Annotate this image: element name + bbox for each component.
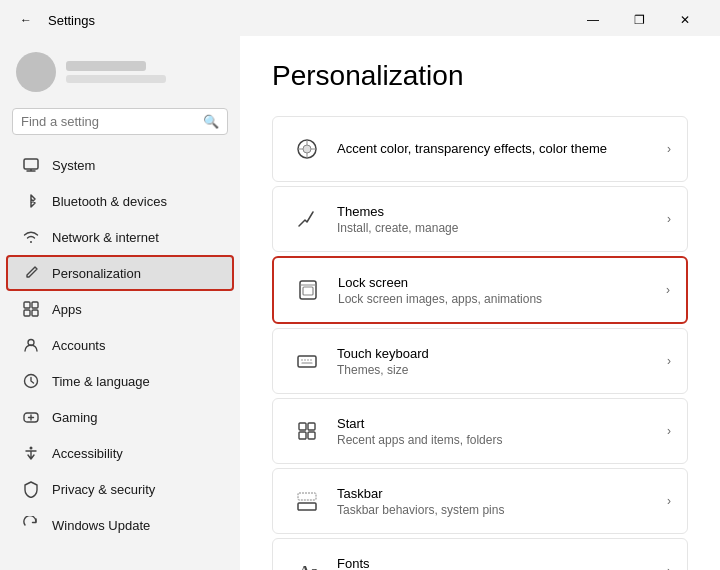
start-desc: Recent apps and items, folders <box>337 433 667 447</box>
privacy-icon <box>22 480 40 498</box>
network-icon <box>22 228 40 246</box>
themes-title: Themes <box>337 204 667 219</box>
accent-title: Accent color, transparency effects, colo… <box>337 141 667 156</box>
bluetooth-icon <box>22 192 40 210</box>
nav-label-bluetooth: Bluetooth & devices <box>52 194 167 209</box>
svg-rect-0 <box>24 159 38 169</box>
svg-rect-24 <box>299 423 306 430</box>
nav-label-privacy: Privacy & security <box>52 482 155 497</box>
user-subtitle <box>66 75 166 83</box>
settings-item-lockscreen[interactable]: Lock screen Lock screen images, apps, an… <box>272 256 688 324</box>
themes-desc: Install, create, manage <box>337 221 667 235</box>
nav-label-update: Windows Update <box>52 518 150 533</box>
restore-button[interactable]: ❐ <box>616 6 662 34</box>
svg-rect-15 <box>300 281 316 299</box>
lockscreen-text: Lock screen Lock screen images, apps, an… <box>338 275 666 306</box>
svg-rect-4 <box>32 302 38 308</box>
nav-label-network: Network & internet <box>52 230 159 245</box>
search-icon: 🔍 <box>203 114 219 129</box>
lockscreen-icon <box>290 272 326 308</box>
user-info <box>66 61 166 83</box>
back-button[interactable]: ← <box>12 6 40 34</box>
nav-item-accounts[interactable]: Accounts <box>6 327 234 363</box>
lockscreen-chevron: › <box>666 283 670 297</box>
apps-icon <box>22 300 40 318</box>
nav-item-time[interactable]: Time & language <box>6 363 234 399</box>
settings-item-accent[interactable]: Accent color, transparency effects, colo… <box>272 116 688 182</box>
nav-item-network[interactable]: Network & internet <box>6 219 234 255</box>
search-box[interactable]: 🔍 <box>12 108 228 135</box>
system-icon <box>22 156 40 174</box>
taskbar-desc: Taskbar behaviors, system pins <box>337 503 667 517</box>
fonts-chevron: › <box>667 564 671 570</box>
keyboard-icon <box>289 343 325 379</box>
nav-item-privacy[interactable]: Privacy & security <box>6 471 234 507</box>
page-title: Personalization <box>272 60 688 92</box>
svg-rect-16 <box>303 287 313 295</box>
lockscreen-desc: Lock screen images, apps, animations <box>338 292 666 306</box>
taskbar-title: Taskbar <box>337 486 667 501</box>
svg-text:Aa: Aa <box>299 563 319 570</box>
svg-rect-18 <box>298 356 316 367</box>
personalization-icon <box>22 264 40 282</box>
nav-label-apps: Apps <box>52 302 82 317</box>
svg-rect-29 <box>298 493 316 500</box>
svg-rect-6 <box>32 310 38 316</box>
themes-text: Themes Install, create, manage <box>337 204 667 235</box>
settings-item-taskbar[interactable]: Taskbar Taskbar behaviors, system pins › <box>272 468 688 534</box>
window-controls: — ❐ ✕ <box>570 6 708 34</box>
settings-item-start[interactable]: Start Recent apps and items, folders › <box>272 398 688 464</box>
update-icon <box>22 516 40 534</box>
fonts-icon: Aa <box>289 553 325 570</box>
window-title: Settings <box>48 13 95 28</box>
close-button[interactable]: ✕ <box>662 6 708 34</box>
accent-chevron: › <box>667 142 671 156</box>
themes-chevron: › <box>667 212 671 226</box>
nav-label-time: Time & language <box>52 374 150 389</box>
touchkeyboard-desc: Themes, size <box>337 363 667 377</box>
fonts-title: Fonts <box>337 556 667 571</box>
start-chevron: › <box>667 424 671 438</box>
title-bar: ← Settings — ❐ ✕ <box>0 0 720 36</box>
nav-item-bluetooth[interactable]: Bluetooth & devices <box>6 183 234 219</box>
accessibility-icon <box>22 444 40 462</box>
accounts-icon <box>22 336 40 354</box>
svg-point-12 <box>30 447 33 450</box>
start-title: Start <box>337 416 667 431</box>
fonts-text: Fonts Install, manage <box>337 556 667 571</box>
gaming-icon <box>22 408 40 426</box>
accent-icon <box>289 131 325 167</box>
svg-rect-3 <box>24 302 30 308</box>
nav-label-gaming: Gaming <box>52 410 98 425</box>
settings-item-touchkeyboard[interactable]: Touch keyboard Themes, size › <box>272 328 688 394</box>
touchkeyboard-chevron: › <box>667 354 671 368</box>
taskbar-chevron: › <box>667 494 671 508</box>
nav-label-accessibility: Accessibility <box>52 446 123 461</box>
svg-rect-26 <box>299 432 306 439</box>
search-input[interactable] <box>21 114 197 129</box>
taskbar-icon <box>289 483 325 519</box>
settings-item-themes[interactable]: Themes Install, create, manage › <box>272 186 688 252</box>
minimize-button[interactable]: — <box>570 6 616 34</box>
svg-rect-27 <box>308 432 315 439</box>
nav-item-accessibility[interactable]: Accessibility <box>6 435 234 471</box>
content-area: Personalization Accent color, transparen… <box>240 36 720 570</box>
themes-icon <box>289 201 325 237</box>
title-bar-left: ← Settings <box>12 6 95 34</box>
nav-item-update[interactable]: Windows Update <box>6 507 234 543</box>
svg-rect-25 <box>308 423 315 430</box>
svg-rect-5 <box>24 310 30 316</box>
start-text: Start Recent apps and items, folders <box>337 416 667 447</box>
settings-list: Accent color, transparency effects, colo… <box>272 116 688 570</box>
lockscreen-title: Lock screen <box>338 275 666 290</box>
nav-item-apps[interactable]: Apps <box>6 291 234 327</box>
settings-item-fonts[interactable]: Aa Fonts Install, manage › <box>272 538 688 570</box>
time-icon <box>22 372 40 390</box>
nav-item-system[interactable]: System <box>6 147 234 183</box>
touchkeyboard-text: Touch keyboard Themes, size <box>337 346 667 377</box>
nav-item-gaming[interactable]: Gaming <box>6 399 234 435</box>
user-profile <box>0 44 240 108</box>
svg-point-14 <box>303 145 311 153</box>
nav-item-personalization[interactable]: Personalization <box>6 255 234 291</box>
nav-label-system: System <box>52 158 95 173</box>
